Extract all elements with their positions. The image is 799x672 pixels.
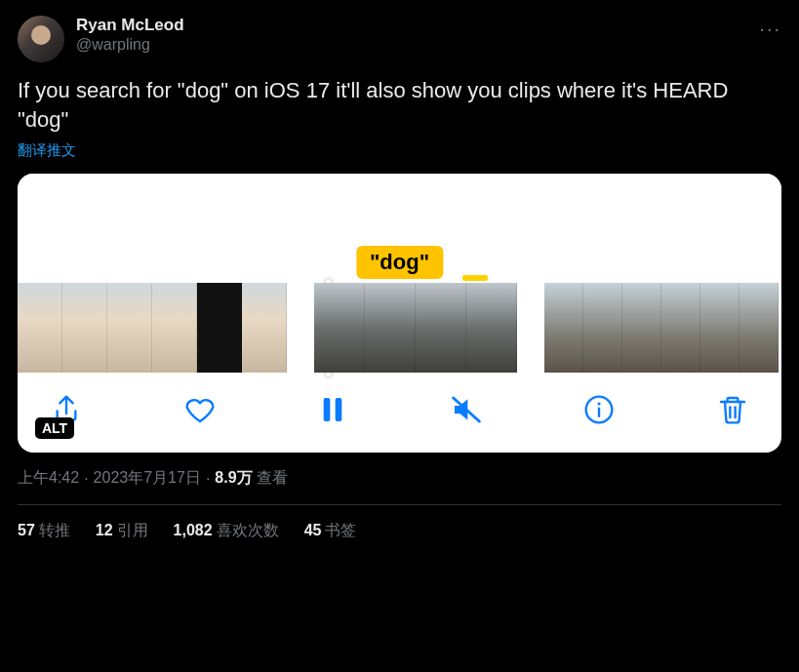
match-marker xyxy=(462,275,488,281)
tweet-container: Ryan McLeod @warpling ··· If you search … xyxy=(0,0,799,541)
quotes-label: 引用 xyxy=(117,522,148,538)
video-frame xyxy=(700,283,739,373)
tweet-time[interactable]: 上午4:42 xyxy=(18,468,79,489)
user-handle[interactable]: @warpling xyxy=(76,35,759,54)
video-frame xyxy=(416,283,466,373)
trash-icon[interactable] xyxy=(717,394,748,425)
tweet-text: If you search for "dog" on iOS 17 it'll … xyxy=(18,76,781,134)
video-frame xyxy=(62,283,107,373)
video-frame xyxy=(466,283,517,373)
heart-icon[interactable] xyxy=(184,394,216,425)
stat-quotes[interactable]: 12引用 xyxy=(96,521,148,541)
media-whitespace: "dog" xyxy=(18,174,781,283)
bookmarks-label: 书签 xyxy=(325,522,356,538)
display-name[interactable]: Ryan McLeod xyxy=(76,16,759,35)
likes-count: 1,082 xyxy=(174,522,213,538)
media-toolbar xyxy=(18,373,781,453)
media-card: "dog" xyxy=(18,174,781,453)
clip-group-2[interactable] xyxy=(314,283,517,373)
avatar[interactable] xyxy=(18,16,64,62)
alt-text-button[interactable]: ALT xyxy=(35,417,74,439)
video-frame xyxy=(18,283,62,373)
video-frame xyxy=(107,283,152,373)
volume-muted-icon[interactable] xyxy=(451,394,482,425)
clip-group-1[interactable] xyxy=(18,283,287,373)
svg-rect-0 xyxy=(324,398,331,421)
retweets-count: 57 xyxy=(18,522,35,538)
video-frame xyxy=(544,283,583,373)
video-frame xyxy=(152,283,197,373)
tweet-date[interactable]: 2023年7月17日 xyxy=(94,468,201,489)
name-block: Ryan McLeod @warpling xyxy=(76,16,759,55)
video-frame xyxy=(622,283,661,373)
views-count[interactable]: 8.9万 xyxy=(215,468,252,489)
video-frame xyxy=(314,283,365,373)
info-icon[interactable] xyxy=(583,394,615,425)
more-options-icon[interactable]: ··· xyxy=(759,16,781,40)
stat-retweets[interactable]: 57转推 xyxy=(18,521,70,541)
stat-likes[interactable]: 1,082喜欢次数 xyxy=(174,521,279,541)
svg-rect-1 xyxy=(336,398,342,421)
video-frame xyxy=(661,283,700,373)
retweets-label: 转推 xyxy=(39,522,70,538)
views-label: 查看 xyxy=(257,468,288,489)
pause-icon[interactable] xyxy=(317,394,348,425)
bookmarks-count: 45 xyxy=(304,522,322,538)
tweet-meta: 上午4:42 · 2023年7月17日 · 8.9万 查看 xyxy=(18,468,781,505)
translate-link[interactable]: 翻译推文 xyxy=(18,141,76,160)
tweet-header: Ryan McLeod @warpling ··· xyxy=(18,16,781,62)
video-frame xyxy=(197,283,242,373)
video-frame xyxy=(242,283,287,373)
svg-point-5 xyxy=(598,403,601,406)
stat-bookmarks[interactable]: 45书签 xyxy=(304,521,357,541)
video-frame xyxy=(739,283,779,373)
clip-group-3[interactable] xyxy=(544,283,779,373)
quotes-count: 12 xyxy=(96,522,113,538)
likes-label: 喜欢次数 xyxy=(217,522,279,538)
caption-badge: "dog" xyxy=(356,246,443,279)
video-frame xyxy=(583,283,622,373)
video-scrubber-strip[interactable] xyxy=(18,283,781,373)
video-frame xyxy=(365,283,416,373)
tweet-stats: 57转推 12引用 1,082喜欢次数 45书签 xyxy=(18,521,781,541)
